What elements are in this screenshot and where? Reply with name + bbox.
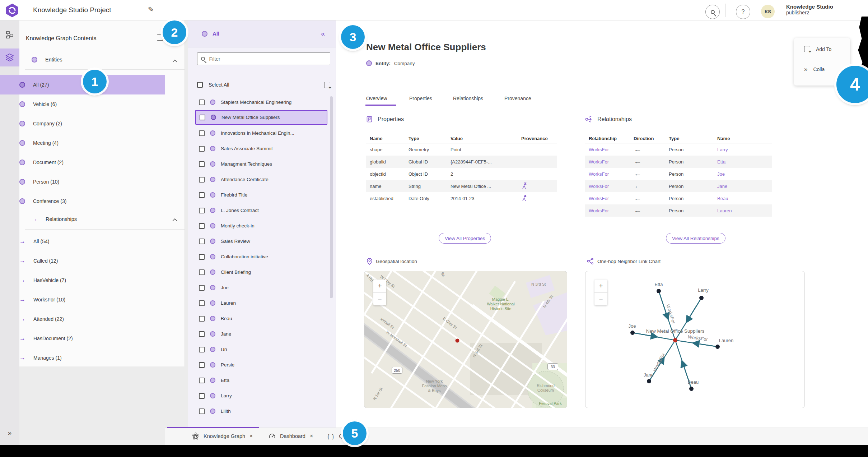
sidebar-item-rel-called[interactable]: → Called (12) xyxy=(0,251,165,271)
list-item[interactable]: Lilith xyxy=(195,404,327,419)
relationship-link[interactable]: WorksFor xyxy=(585,208,634,213)
item-checkbox[interactable] xyxy=(199,254,205,260)
rail-contents-button[interactable] xyxy=(0,49,19,66)
zoom-out-button[interactable]: − xyxy=(594,292,607,305)
tab-provenance[interactable]: Provenance xyxy=(504,96,531,101)
view-tab-knowledge-graph[interactable]: Knowledge Graph × xyxy=(192,428,253,445)
rail-expand-button[interactable]: » xyxy=(0,424,19,442)
item-checkbox[interactable] xyxy=(199,100,205,105)
item-checkbox[interactable] xyxy=(199,208,205,213)
item-checkbox[interactable] xyxy=(199,223,205,229)
close-tab-icon[interactable]: × xyxy=(310,433,313,439)
view-all-properties-button[interactable]: View All Properties xyxy=(439,233,491,244)
zoom-out-button[interactable]: − xyxy=(373,292,386,305)
sidebar-item-entity-document[interactable]: Document (2) xyxy=(0,153,165,172)
item-checkbox[interactable] xyxy=(199,146,205,152)
item-checkbox[interactable] xyxy=(199,130,205,136)
sidebar-item-rel-hasvehicle[interactable]: → HasVehicle (7) xyxy=(0,271,165,290)
sidebar-item-entity-company[interactable]: Company (2) xyxy=(0,114,165,133)
rail-link-chart-button[interactable] xyxy=(0,26,19,44)
item-checkbox[interactable] xyxy=(199,285,205,291)
collapse-left-icon[interactable]: « xyxy=(321,29,325,38)
sidebar-item-rel-attended[interactable]: → Attended (22) xyxy=(0,309,165,329)
menu-item-add-to[interactable]: Add To xyxy=(804,46,850,52)
zoom-in-button[interactable]: + xyxy=(594,280,607,292)
item-checkbox[interactable] xyxy=(200,115,205,120)
list-item[interactable]: Firebird Title xyxy=(195,188,327,202)
list-item[interactable]: L. Jones Contract xyxy=(195,203,327,218)
relationship-link[interactable]: WorksFor xyxy=(585,171,634,177)
item-checkbox[interactable] xyxy=(199,269,205,275)
list-item[interactable]: Innovations in Mechanical Engin... xyxy=(195,126,327,140)
list-item[interactable]: Sales Associate Summit xyxy=(195,141,327,156)
item-checkbox[interactable] xyxy=(199,362,205,368)
list-item[interactable]: Joe xyxy=(195,280,327,295)
list-item[interactable]: Staplers Mechanical Engineering xyxy=(195,95,327,110)
search-button[interactable] xyxy=(705,5,720,19)
entity-link[interactable]: Beau xyxy=(717,196,768,201)
sidebar-item-entity-all[interactable]: All (27) xyxy=(0,75,165,94)
sidebar-item-entity-vehicle[interactable]: Vehicle (6) xyxy=(0,94,165,114)
item-checkbox[interactable] xyxy=(199,177,205,183)
sidebar-item-entity-meeting[interactable]: Meeting (4) xyxy=(0,133,165,153)
item-checkbox[interactable] xyxy=(199,331,205,337)
list-item[interactable]: Managment Techniques xyxy=(195,157,327,171)
item-checkbox[interactable] xyxy=(199,161,205,167)
close-tab-icon[interactable]: × xyxy=(249,433,253,439)
relationship-link[interactable]: WorksFor xyxy=(585,147,634,152)
list-item[interactable]: Attendance Certificate xyxy=(195,172,327,187)
chevron-up-icon[interactable] xyxy=(172,218,177,221)
list-item[interactable]: Persie xyxy=(195,357,327,372)
chevron-up-icon[interactable] xyxy=(172,59,177,63)
sidebar-item-rel-manages[interactable]: → Manages (1) xyxy=(0,348,165,368)
list-item[interactable]: Sales Review xyxy=(195,234,327,249)
item-checkbox[interactable] xyxy=(199,300,205,306)
list-item[interactable]: Jane xyxy=(195,327,327,341)
entity-link[interactable]: Lauren xyxy=(717,208,768,213)
view-tab-dashboard[interactable]: Dashboard × xyxy=(269,428,313,445)
sidebar-item-rel-all[interactable]: → All (54) xyxy=(0,232,165,251)
list-scrollbar[interactable] xyxy=(330,96,333,298)
relationship-link[interactable]: WorksFor xyxy=(585,159,634,165)
help-button[interactable]: ? xyxy=(736,5,750,19)
link-chart[interactable]: Etta Larry Joe Lauren Jane Beau New Meta… xyxy=(585,271,805,408)
sidebar-item-entity-conference[interactable]: Conference (3) xyxy=(0,191,165,211)
relationship-link[interactable]: WorksFor xyxy=(585,196,634,201)
item-checkbox[interactable] xyxy=(199,408,205,414)
tab-relationships[interactable]: Relationships xyxy=(453,96,483,101)
list-item-selected[interactable]: New Metal Office Suppliers xyxy=(195,110,327,125)
list-item[interactable]: Beau xyxy=(195,311,327,326)
list-item[interactable]: Uri xyxy=(195,342,327,357)
entity-link[interactable]: Joe xyxy=(717,171,768,177)
list-item[interactable]: Etta xyxy=(195,373,327,388)
list-item[interactable]: Larry xyxy=(195,388,327,403)
item-checkbox[interactable] xyxy=(199,316,205,322)
sidebar-item-rel-hasdocument[interactable]: → HasDocument (2) xyxy=(0,329,165,348)
add-to-new-icon[interactable] xyxy=(157,34,163,41)
provenance-flag-icon[interactable] xyxy=(521,195,527,201)
sidebar-item-rel-worksfor[interactable]: → WorksFor (10) xyxy=(0,290,165,309)
entity-link[interactable]: Etta xyxy=(717,159,768,165)
list-item[interactable]: Lauren xyxy=(195,296,327,310)
entity-link[interactable]: Jane xyxy=(717,184,768,189)
tab-overview[interactable]: Overview xyxy=(366,96,387,101)
select-all-checkbox[interactable] xyxy=(197,82,203,88)
entities-section-header[interactable]: Entities xyxy=(32,57,62,63)
list-panel-filter-chip[interactable]: All xyxy=(202,31,219,37)
add-to-new-icon[interactable] xyxy=(324,82,330,88)
list-item[interactable]: Montly check-in xyxy=(195,218,327,233)
item-checkbox[interactable] xyxy=(199,347,205,352)
map[interactable]: k Rd W Clay St Sa N 3rd St N 4th St Magg… xyxy=(364,271,567,408)
relationships-section-header[interactable]: → Relationships xyxy=(32,216,77,223)
select-all-row[interactable]: Select All xyxy=(197,80,330,90)
filter-input[interactable] xyxy=(209,56,326,62)
avatar[interactable]: KS xyxy=(761,5,775,18)
item-checkbox[interactable] xyxy=(199,378,205,383)
edit-title-icon[interactable]: ✎ xyxy=(148,5,154,14)
relationship-link[interactable]: WorksFor xyxy=(585,184,634,189)
list-item[interactable]: Collaboration initiative xyxy=(195,249,327,264)
view-all-relationships-button[interactable]: View All Relationships xyxy=(666,233,725,244)
provenance-flag-icon[interactable] xyxy=(521,183,527,189)
entity-link[interactable]: Larry xyxy=(717,147,768,152)
item-checkbox[interactable] xyxy=(199,239,205,244)
